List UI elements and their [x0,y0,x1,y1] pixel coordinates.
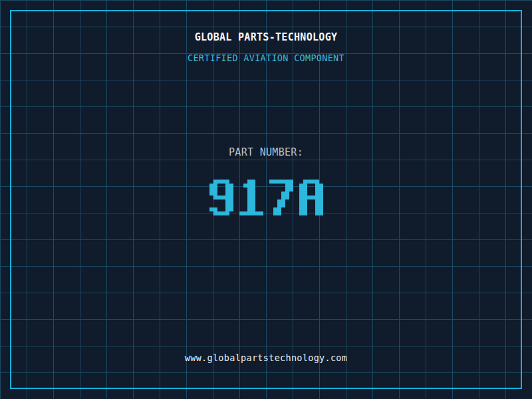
certification-subtitle: CERTIFIED AVIATION COMPONENT [0,54,532,63]
part-number-pixel-art [209,180,323,215]
blueprint-grid-background: GLOBAL PARTS-TECHNOLOGY CERTIFIED AVIATI… [0,0,532,399]
part-number-label: PART NUMBER: [0,148,532,158]
part-number-display: 917A [0,180,532,215]
website-url: www.globalpartstechnology.com [0,354,532,363]
company-name: GLOBAL PARTS-TECHNOLOGY [0,33,532,43]
